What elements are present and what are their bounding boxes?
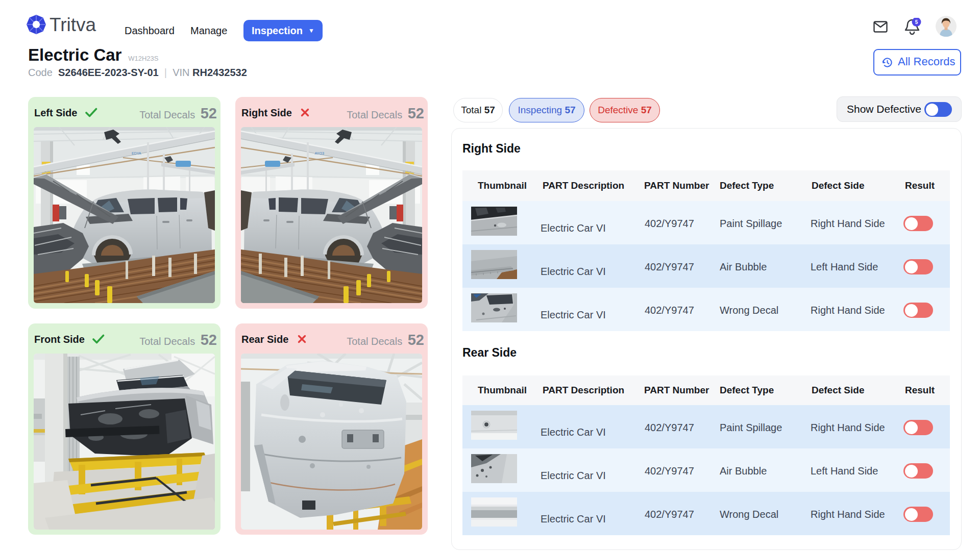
svg-text:5: 5 — [915, 19, 918, 25]
